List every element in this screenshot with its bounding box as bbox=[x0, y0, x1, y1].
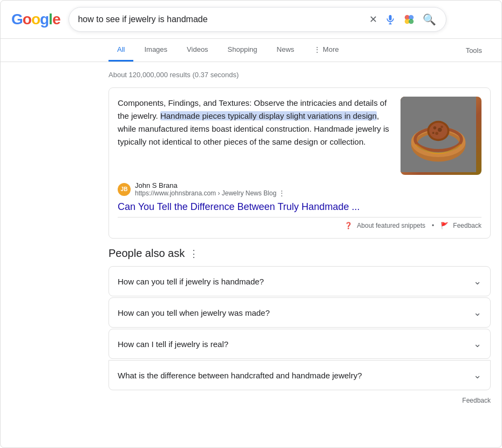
chevron-down-icon: ⌄ bbox=[473, 369, 481, 381]
svg-point-12 bbox=[438, 128, 442, 132]
snippet-body: Components, Findings, and Textures: Obse… bbox=[118, 97, 481, 175]
svg-point-13 bbox=[435, 132, 438, 135]
svg-rect-0 bbox=[389, 15, 392, 21]
paa-question-1: How can you tell if jewelry is handmade? bbox=[118, 277, 264, 286]
tab-all[interactable]: All bbox=[108, 39, 133, 62]
nav-tabs: All Images Videos Shopping News ⋮ More T… bbox=[1, 39, 501, 62]
tab-images[interactable]: Images bbox=[135, 39, 176, 62]
snippet-text-highlighted: Handmade pieces typically display slight… bbox=[160, 111, 377, 120]
feedback-text[interactable]: Feedback bbox=[453, 222, 481, 229]
source-row: JB John S Brana https://www.johnsbrana.c… bbox=[118, 181, 481, 197]
search-bar: ✕ bbox=[69, 7, 446, 32]
search-icon: 🔍 bbox=[423, 13, 436, 26]
tab-news[interactable]: News bbox=[268, 39, 303, 62]
snippet-text: Components, Findings, and Textures: Obse… bbox=[118, 97, 392, 148]
lens-icon bbox=[403, 13, 415, 25]
snippet-link[interactable]: Can You Tell the Difference Between Trul… bbox=[118, 201, 481, 213]
featured-snippet: Components, Findings, and Textures: Obse… bbox=[108, 87, 491, 239]
paa-question-4: What is the difference between handcraft… bbox=[118, 371, 362, 380]
results-count: About 120,000,000 results (0.37 seconds) bbox=[108, 71, 491, 79]
voice-search-button[interactable] bbox=[384, 13, 397, 26]
paa-header: People also ask ⋮ bbox=[108, 247, 491, 260]
question-icon: ❓ bbox=[344, 222, 352, 229]
chevron-down-icon: ⌄ bbox=[473, 275, 481, 287]
header: Google ✕ bbox=[1, 1, 501, 39]
source-url: https://www.johnsbrana.com › Jewelry New… bbox=[135, 189, 285, 197]
svg-point-4 bbox=[409, 19, 414, 24]
lens-button[interactable] bbox=[402, 12, 416, 26]
paa-item[interactable]: How can you tell if jewelry is handmade?… bbox=[108, 266, 491, 296]
source-menu-icon[interactable]: ⋮ bbox=[279, 189, 285, 197]
svg-point-14 bbox=[440, 126, 443, 128]
paa-menu-icon[interactable]: ⋮ bbox=[189, 248, 199, 260]
bottom-feedback[interactable]: Feedback bbox=[108, 392, 491, 409]
dot-separator: • bbox=[432, 222, 434, 229]
search-icons: ✕ bbox=[368, 12, 437, 27]
paa-item[interactable]: What is the difference between handcraft… bbox=[108, 360, 491, 390]
search-input[interactable] bbox=[78, 15, 364, 24]
tools-button[interactable]: Tools bbox=[457, 40, 491, 61]
snippet-image bbox=[401, 97, 481, 175]
svg-point-11 bbox=[433, 126, 437, 130]
paa-item[interactable]: How can you tell when jewelry was made? … bbox=[108, 297, 491, 328]
paa-section: People also ask ⋮ How can you tell if je… bbox=[108, 247, 491, 390]
svg-point-15 bbox=[432, 132, 435, 134]
tab-more[interactable]: ⋮ More bbox=[305, 39, 348, 62]
paa-item[interactable]: How can I tell if jewelry is real? ⌄ bbox=[108, 329, 491, 359]
chevron-down-icon: ⌄ bbox=[473, 307, 481, 318]
source-name: John S Brana bbox=[135, 181, 285, 189]
clear-button[interactable]: ✕ bbox=[368, 12, 378, 26]
main-content: About 120,000,000 results (0.37 seconds)… bbox=[1, 62, 501, 417]
paa-title: People also ask bbox=[108, 247, 185, 260]
source-favicon: JB bbox=[118, 183, 131, 196]
search-button[interactable]: 🔍 bbox=[422, 12, 437, 27]
paa-question-3: How can I tell if jewelry is real? bbox=[118, 340, 228, 349]
chevron-down-icon: ⌄ bbox=[473, 338, 481, 350]
snippet-footer: ❓ About featured snippets • 🚩 Feedback bbox=[118, 217, 481, 229]
feedback-icon: 🚩 bbox=[440, 222, 449, 229]
tab-shopping[interactable]: Shopping bbox=[219, 39, 266, 62]
about-snippets-text[interactable]: About featured snippets bbox=[357, 222, 425, 229]
mic-icon bbox=[385, 14, 396, 25]
google-logo: Google bbox=[11, 11, 60, 28]
jewelry-svg bbox=[401, 97, 476, 172]
tab-videos[interactable]: Videos bbox=[178, 39, 217, 62]
source-info: John S Brana https://www.johnsbrana.com … bbox=[135, 181, 285, 197]
clear-icon: ✕ bbox=[369, 13, 377, 25]
paa-question-2: How can you tell when jewelry was made? bbox=[118, 308, 270, 317]
